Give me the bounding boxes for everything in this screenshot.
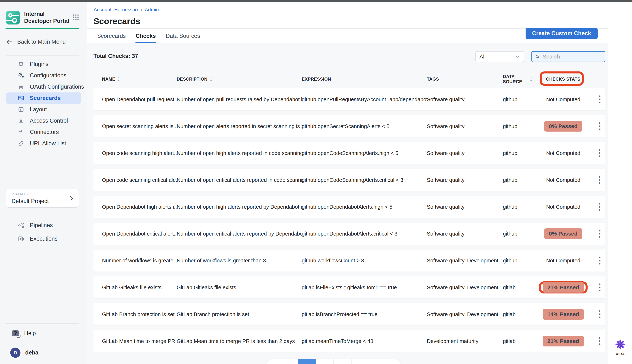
sidebar-item-access-control[interactable]: Access Control: [6, 115, 81, 126]
check-stats-cell: 14% Passed: [532, 309, 594, 320]
create-custom-check-button[interactable]: Create Custom Check: [526, 28, 598, 39]
annotation-stats-badge: 21% Passed: [539, 282, 587, 294]
breadcrumb-admin-link[interactable]: Admin: [145, 7, 159, 12]
pagination[interactable]: [267, 359, 400, 364]
row-menu-button[interactable]: [595, 282, 604, 293]
sidebar-item-configurations[interactable]: ⚙⚙ Configurations: [6, 70, 81, 81]
check-stats-cell: Not Computed: [532, 177, 594, 183]
link-icon: [18, 140, 24, 147]
executions-icon: [18, 236, 24, 242]
check-tags-cell: Software quality, Development...: [427, 258, 498, 264]
user-name: deba: [25, 350, 38, 356]
sidebar: Internal Developer Portal Back to Main M…: [0, 2, 87, 364]
chevron-down-icon: [515, 54, 520, 60]
filter-dropdown[interactable]: All: [475, 51, 524, 62]
check-name-cell: Open Dependabot critical alert...: [102, 231, 177, 237]
row-menu-button[interactable]: [595, 255, 604, 266]
column-header-data-source: DATA SOURCE: [498, 74, 532, 84]
column-header-tags: TAGS: [427, 76, 498, 82]
check-data-source-cell: github: [498, 123, 532, 129]
column-header-description: DESCRIPTION: [177, 76, 302, 82]
check-expression-cell: github.openSecretScanningAlerts < 5: [302, 123, 427, 129]
check-name-cell: Open Dependabot pull request...: [102, 96, 177, 102]
sidebar-item-url-allow-list[interactable]: URL Allow List: [6, 138, 81, 149]
sidebar-item-pipelines[interactable]: Pipelines: [6, 218, 81, 232]
check-description-cell: Number of open high alerts reported by D…: [177, 204, 302, 210]
check-name-cell: Open code scanning high alert...: [102, 150, 177, 156]
app-grid-icon[interactable]: [72, 14, 80, 22]
check-stats-cell: 0% Passed: [532, 228, 594, 239]
table-row: Open Dependabot high alerts i...Number o…: [93, 196, 605, 218]
checks-content: Total Checks: 37 All NAME DESCRIPTION: [87, 43, 608, 364]
row-menu-button[interactable]: [595, 148, 604, 158]
divider: [6, 323, 79, 324]
back-to-main-menu[interactable]: Back to Main Menu: [6, 36, 81, 47]
row-menu-button[interactable]: [595, 121, 604, 132]
check-tags-cell: Software quality: [427, 123, 498, 129]
row-menu-button[interactable]: [595, 201, 604, 212]
check-description-cell: Number of open alerts reported in secret…: [177, 123, 302, 129]
sidebar-item-scorecards[interactable]: Scorecards: [6, 92, 81, 104]
gears-icon: ⚙⚙: [18, 72, 24, 79]
user-menu[interactable]: D deba: [10, 347, 38, 358]
pagination-active-page[interactable]: [298, 359, 316, 364]
sort-icon[interactable]: [210, 76, 212, 82]
search-icon: [535, 54, 540, 60]
main-area: Account: Harness.io › Admin Scorecards S…: [87, 2, 608, 364]
row-menu-button[interactable]: [595, 336, 604, 347]
tab-bar: Scorecards Checks Data Sources: [97, 29, 200, 43]
sidebar-item-executions[interactable]: Executions: [6, 232, 81, 246]
breadcrumb-account-link[interactable]: Account: Harness.io: [94, 7, 138, 12]
check-tags-cell: Software quality: [427, 231, 498, 237]
aida-assistant-button[interactable]: AIDA: [608, 339, 632, 356]
check-name-cell: Open secret scanning alerts is ...: [102, 123, 177, 129]
tab-data-sources[interactable]: Data Sources: [165, 29, 200, 43]
table-header: NAME DESCRIPTION EXPRESSION TAGS DATA SO…: [93, 74, 605, 83]
check-data-source-cell: github: [498, 231, 532, 237]
project-selector[interactable]: PROJECT Default Project: [6, 188, 79, 208]
row-menu-button[interactable]: [595, 309, 604, 320]
sort-icon[interactable]: [117, 76, 120, 82]
sidebar-item-plugins[interactable]: Plugins: [6, 58, 81, 70]
search-input[interactable]: [543, 54, 602, 60]
chevron-right-icon: [68, 195, 75, 201]
check-expression-cell: gitlab.meanTimeToMerge < 48: [302, 338, 427, 344]
check-expression-cell: github.openCodeScanningAlerts.critical <…: [302, 177, 427, 183]
column-header-checks-stats: CHECKS STATS: [532, 76, 594, 82]
stats-badge: 14% Passed: [543, 309, 584, 320]
check-description-cell: Number of open high alerts reported in c…: [177, 150, 302, 156]
row-menu-button[interactable]: [595, 228, 604, 239]
stats-badge: 0% Passed: [544, 121, 582, 132]
stats-text: Not Computed: [546, 150, 580, 156]
stats-text: Not Computed: [546, 204, 580, 210]
total-checks-label: Total Checks: 37: [93, 53, 138, 60]
sidebar-item-connectors[interactable]: Connectors: [6, 126, 81, 138]
right-panel: AIDA: [608, 2, 632, 364]
row-menu-button[interactable]: [595, 174, 604, 186]
sidebar-item-oauth-configurations[interactable]: OAuth Configurations: [6, 81, 81, 92]
check-data-source-cell: gitlab: [498, 284, 532, 290]
tab-scorecards[interactable]: Scorecards: [97, 29, 126, 43]
check-data-source-cell: github: [498, 204, 532, 210]
check-tags-cell: Software quality: [427, 177, 498, 183]
check-stats-cell: Not Computed: [532, 150, 594, 156]
app-title: Internal Developer Portal: [24, 10, 72, 24]
check-data-source-cell: github: [498, 150, 532, 156]
check-data-source-cell: gitlab: [498, 311, 532, 318]
check-description-cell: Number of open critical alerts reported …: [177, 177, 302, 183]
check-data-source-cell: gitlab: [498, 338, 532, 344]
pipelines-icon: [18, 222, 24, 228]
check-stats-cell: 21% Passed: [532, 282, 594, 294]
row-menu-button[interactable]: [595, 94, 604, 105]
check-stats-cell: 0% Passed: [532, 121, 594, 132]
help-button[interactable]: Help: [12, 328, 36, 339]
aida-icon: [615, 339, 625, 350]
table-row: Open Dependabot pull request...Number of…: [93, 88, 605, 110]
page-header: Account: Harness.io › Admin Scorecards S…: [87, 2, 608, 43]
filter-value: All: [479, 54, 515, 60]
check-expression-cell: gitlab.isFileExists.".gitleaks.toml" == …: [302, 284, 427, 290]
sidebar-item-layout[interactable]: Layout: [6, 104, 81, 115]
check-description-cell: Number of open critical alerts reported …: [177, 231, 302, 237]
tab-checks[interactable]: Checks: [135, 29, 156, 43]
sort-icon[interactable]: [530, 76, 532, 82]
